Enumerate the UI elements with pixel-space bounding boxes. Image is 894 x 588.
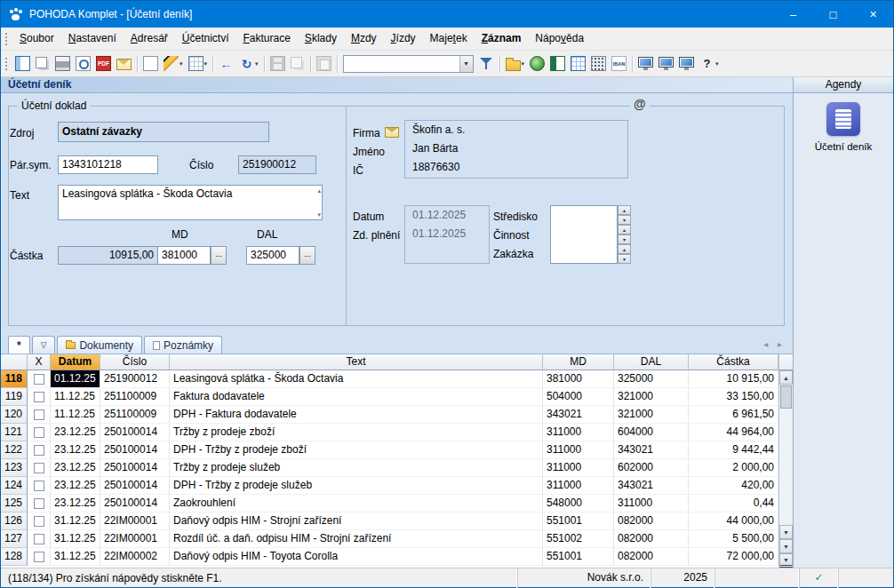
- stredisko-up-icon[interactable]: ▴: [618, 205, 631, 215]
- menu-item-jizdy[interactable]: Jízdy: [384, 28, 423, 50]
- column-header-text[interactable]: Text: [170, 354, 543, 370]
- refresh-icon-dropdown[interactable]: ▾: [255, 60, 259, 68]
- toolbar-grip-handle[interactable]: [4, 57, 8, 71]
- open-agenda-icon[interactable]: [13, 53, 32, 75]
- cell-md[interactable]: 548000: [543, 495, 614, 513]
- cell-datum[interactable]: 23.12.25: [51, 459, 100, 477]
- cell-text[interactable]: Tržby z prodeje služeb: [170, 459, 543, 477]
- cell-text[interactable]: DPH - Tržby z prodeje služeb: [170, 477, 543, 495]
- column-header-dal[interactable]: DAL: [614, 354, 689, 370]
- menu-item-fakturace[interactable]: Fakturace: [235, 28, 297, 50]
- filter-icon[interactable]: [477, 53, 496, 75]
- menu-item-soubor[interactable]: Soubor: [12, 28, 61, 50]
- menu-item-mzdy[interactable]: Mzdy: [344, 28, 384, 50]
- row-checkbox[interactable]: [34, 463, 44, 473]
- cell-dal[interactable]: 082000: [614, 530, 689, 548]
- menu-item-majetek[interactable]: Majetek: [423, 28, 475, 50]
- cell-text[interactable]: Tržby z prodeje zboží: [170, 424, 543, 441]
- row-checkbox[interactable]: [34, 516, 44, 527]
- cell-text[interactable]: Daňový odpis HIM - Strojní zařízení: [170, 513, 543, 530]
- cell-castka[interactable]: 6 961,50: [689, 406, 778, 424]
- table-edit-icon[interactable]: ▾: [187, 53, 210, 75]
- cell-castka[interactable]: 9 442,44: [689, 441, 778, 459]
- cell-cislo[interactable]: 250100014: [100, 441, 170, 459]
- cell-datum[interactable]: 31.12.25: [51, 548, 100, 566]
- cell-md[interactable]: 311000: [543, 477, 614, 495]
- row-checkbox[interactable]: [34, 534, 44, 544]
- documents-folder-icon[interactable]: ▾: [504, 53, 527, 75]
- journal-row-120[interactable]: 12011.12.25251100009DPH - Faktura dodava…: [1, 406, 778, 424]
- cell-datum[interactable]: 23.12.25: [51, 495, 100, 513]
- row-checkbox[interactable]: [34, 445, 44, 456]
- cell-cislo[interactable]: 250100014: [100, 477, 170, 495]
- cell-castka[interactable]: 33 150,00: [689, 388, 778, 406]
- cell-text[interactable]: Zaokrouhlení: [170, 495, 543, 513]
- agendy-item-ucetni-denik[interactable]: Účetní deník: [794, 102, 893, 152]
- send-email-icon[interactable]: [115, 53, 133, 75]
- cell-dal[interactable]: 343021: [614, 477, 689, 495]
- excel-export-icon[interactable]: [548, 53, 567, 75]
- documents-folder-icon-dropdown[interactable]: ▾: [522, 60, 525, 68]
- cell-datum[interactable]: 01.12.25: [51, 370, 100, 388]
- journal-row-121[interactable]: 12123.12.25250100014Tržby z prodeje zbož…: [1, 424, 778, 441]
- scroll-down-button[interactable]: ▼: [779, 525, 793, 539]
- pdf-export-icon[interactable]: PDF: [94, 53, 113, 75]
- row-checkbox[interactable]: [34, 374, 44, 385]
- cinnost-up-icon[interactable]: ▴: [618, 225, 631, 234]
- paste-icon[interactable]: [315, 53, 333, 75]
- refresh-icon[interactable]: ↻▾: [237, 53, 260, 75]
- envelope-icon[interactable]: [385, 127, 399, 138]
- cell-cislo[interactable]: 22IM00001: [100, 513, 170, 530]
- cislo-field[interactable]: 251900012: [238, 155, 316, 174]
- monitor-2-icon[interactable]: [657, 53, 675, 75]
- tab-poznamky[interactable]: Poznámky: [144, 336, 222, 354]
- table-edit-icon-dropdown[interactable]: ▾: [204, 60, 208, 68]
- journal-row-124[interactable]: 12423.12.25250100014DPH - Tržby z prodej…: [1, 477, 778, 495]
- cell-cislo[interactable]: 251900012: [100, 370, 170, 388]
- cell-md[interactable]: 551001: [543, 548, 614, 566]
- cell-datum[interactable]: 11.12.25: [51, 406, 100, 424]
- cell-cislo[interactable]: 250100014: [100, 495, 170, 513]
- cell-text[interactable]: Faktura dodavatele: [170, 388, 543, 406]
- text-scroll-down-icon[interactable]: ▾: [317, 211, 321, 218]
- monitor-1-icon[interactable]: [636, 53, 655, 75]
- menu-item-zaznam[interactable]: Záznam: [475, 28, 529, 50]
- scroll-thumb[interactable]: [780, 385, 792, 409]
- cell-md[interactable]: 551002: [543, 530, 614, 548]
- search-dropdown-icon[interactable]: ▾: [459, 56, 473, 72]
- column-header-cislo[interactable]: Číslo: [100, 354, 170, 370]
- cell-datum[interactable]: 31.12.25: [51, 530, 100, 548]
- cell-md[interactable]: 311000: [543, 441, 614, 459]
- open-table-icon[interactable]: [569, 53, 587, 75]
- journal-row-118[interactable]: 11801.12.25251900012Leasingová splátka -…: [1, 370, 778, 388]
- iban-icon[interactable]: IBAN: [610, 53, 628, 75]
- cell-castka[interactable]: 5 500,00: [689, 530, 778, 548]
- row-checkbox[interactable]: [34, 481, 44, 491]
- stredisko-cinnost-zakazka-field[interactable]: [550, 205, 618, 264]
- journal-row-125[interactable]: 12523.12.25250100014Zaokrouhlení54800031…: [1, 495, 778, 513]
- copy-record-icon[interactable]: [34, 53, 52, 75]
- next-group-button[interactable]: ▼: [779, 539, 793, 553]
- cell-text[interactable]: DPH - Tržby z prodeje zboží: [170, 441, 543, 459]
- journal-row-126[interactable]: 12631.12.2522IM00001Daňový odpis HIM - S…: [1, 513, 778, 530]
- cell-dal[interactable]: 604000: [614, 424, 689, 441]
- cell-cislo[interactable]: 251100009: [100, 388, 170, 406]
- cell-datum[interactable]: 23.12.25: [51, 477, 100, 495]
- menu-item-adresar[interactable]: Adresář: [124, 28, 175, 50]
- edit-record-icon-dropdown[interactable]: ▾: [180, 60, 183, 68]
- md-lookup-button[interactable]: ...: [211, 246, 227, 265]
- datum-value[interactable]: 01.12.2025: [405, 206, 489, 225]
- column-header-datum[interactable]: Datum: [51, 354, 100, 370]
- cell-dal[interactable]: 321000: [614, 406, 689, 424]
- tab-all[interactable]: *: [8, 336, 30, 354]
- text-scroll-up-icon[interactable]: ▴: [317, 187, 321, 194]
- cell-text[interactable]: Rozdíl úč. a daň. odpisu HIM - Strojní z…: [170, 530, 543, 548]
- scroll-track[interactable]: [779, 409, 793, 525]
- text-field[interactable]: Leasingová splátka - Škoda Octavia ▴ ▾: [58, 185, 323, 220]
- cell-md[interactable]: 311000: [543, 459, 614, 477]
- edit-record-icon[interactable]: ▾: [162, 53, 185, 75]
- tab-scroll-arrows-icon[interactable]: ◂ ▸: [763, 339, 786, 349]
- journal-row-127[interactable]: 12731.12.2522IM00001Rozdíl úč. a daň. od…: [1, 530, 778, 548]
- back-icon[interactable]: ←: [217, 53, 235, 75]
- last-record-button[interactable]: ▼: [779, 553, 793, 568]
